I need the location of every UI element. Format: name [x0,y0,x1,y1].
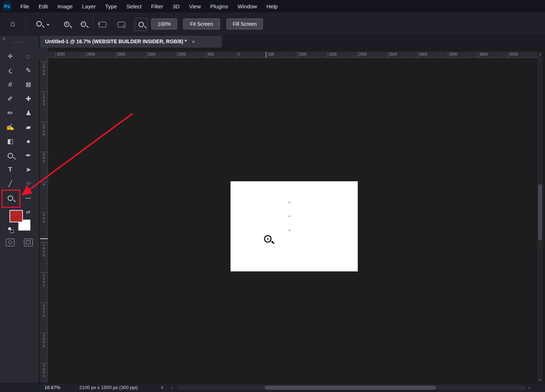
horizontal-scrollbar-thumb[interactable] [265,385,436,390]
foreground-color-swatch[interactable] [9,210,23,222]
menu-item-window[interactable]: Window [233,3,261,9]
v-ruler-label: 1 5 0 0 [40,92,48,106]
status-document-info[interactable]: 2100 px x 1500 px (300 ppi) [79,385,138,390]
crop-tool[interactable]: # [3,78,17,92]
eyedropper-tool[interactable]: ✐ [3,92,17,106]
ruler-origin-corner[interactable] [39,48,48,58]
eraser-tool[interactable]: ▰ [21,120,36,134]
h-ruler-label: 2500 [85,52,95,58]
path-selection-tool-icon: ➤ [25,166,31,173]
hand-tool[interactable]: ☞ [21,177,36,191]
scrubby-zoom-button[interactable] [135,18,148,31]
pen-tool[interactable]: ✒ [21,149,36,162]
scroll-right-icon[interactable]: › [528,384,530,390]
cursor-position-mark [266,52,266,58]
home-icon[interactable]: ⌂ [10,19,15,28]
current-zoom-tool-icon[interactable] [36,21,42,28]
v-ruler-label: 2 5 0 0 [40,333,48,348]
quick-mask-mode-icon[interactable] [6,239,15,246]
type-tool[interactable]: T [3,163,17,177]
menu-item-filter[interactable]: Filter [147,3,168,9]
scroll-left-icon[interactable]: ‹ [171,384,173,390]
horizontal-scrollbar[interactable] [177,385,526,390]
screen-mode-icon[interactable] [24,239,33,246]
frame-tool[interactable]: ⊠ [21,78,36,92]
h-ruler-label: 500 [206,52,214,58]
hand-tool-icon: ☞ [25,180,31,187]
status-zoom-level[interactable]: 16.67% [44,385,60,390]
fill-screen-button[interactable]: Fill Screen [227,19,263,29]
line-tool-icon: ╱ [8,180,12,187]
brush-tool[interactable]: ✏ [3,106,17,120]
horizontal-ruler[interactable]: 3000250020001500100050005001000150020002… [48,52,537,58]
more-tools[interactable]: ••• [21,191,36,205]
status-info-chevron-icon[interactable]: › [161,384,163,391]
panel-grip[interactable] [13,42,25,43]
menu-item-file[interactable]: File [16,3,34,9]
menu-item-help[interactable]: Help [262,3,282,9]
spot-healing-brush-tool[interactable]: ✚ [21,92,36,106]
vertical-scrollbar[interactable]: ▲ ▼ [537,52,543,383]
menu-item-3d[interactable]: 3D [168,3,184,9]
cursor-position-mark [40,238,48,239]
menu-item-layer[interactable]: Layer [77,3,101,9]
clone-stamp-tool[interactable]: ♟ [21,106,36,120]
magnifier-icon [8,153,13,158]
zoom-all-windows-icon[interactable] [118,22,125,27]
h-ruler-label: 3000 [55,52,65,58]
h-ruler-label: 1000 [176,52,185,58]
history-brush-tool[interactable]: ✍ [3,120,17,134]
v-ruler-label: 2 0 0 0 [40,61,48,76]
photoshop-window: Ps FileEditImageLayerTypeSelectFilter3DV… [0,0,545,392]
zoom-100-button[interactable]: 100% [151,19,177,29]
quick-selection-tool[interactable]: ✎ [21,64,36,77]
vertical-ruler[interactable]: 2 0 0 01 5 0 01 0 0 05 0 005 0 01 0 0 01… [40,58,48,383]
vertical-scrollbar-thumb[interactable] [538,184,542,241]
elliptical-marquee-tool[interactable]: ◌ [21,49,36,63]
zoom-out-button[interactable] [77,18,89,30]
h-ruler-label: 3000 [418,52,427,58]
scroll-down-icon[interactable]: ▼ [537,379,543,381]
scroll-up-icon[interactable]: ▲ [537,53,543,56]
dodge-tool[interactable] [3,149,17,162]
document-tab[interactable]: Untitled-1 @ 16.7% (WEBSITE BUILDER INSI… [40,35,222,48]
tool-preset-caret-icon[interactable] [47,24,49,26]
divider [93,19,93,29]
menu-item-image[interactable]: Image [53,3,77,9]
canvas-document[interactable] [231,181,358,271]
menu-item-view[interactable]: View [184,3,205,9]
gradient-tool[interactable]: ◧ [3,134,17,148]
fit-screen-button[interactable]: Fit Screen [183,19,220,29]
lasso-tool-icon: ς [9,67,12,74]
swap-colors-icon[interactable]: ⇄ [26,209,30,215]
menu-item-select[interactable]: Select [122,3,147,9]
move-tool[interactable]: ✛ [3,49,17,63]
menu-item-plugins[interactable]: Plugins [205,3,233,9]
zoom-in-button[interactable] [60,18,73,30]
resize-windows-to-fit-icon[interactable]: ✛ [99,22,106,27]
menu-bar: Ps FileEditImageLayerTypeSelectFilter3DV… [0,0,545,12]
canvas-viewport[interactable] [48,58,537,383]
tab-close-icon[interactable]: × [192,39,195,45]
h-ruler-label: 1500 [146,52,155,58]
menu-item-type[interactable]: Type [100,3,122,9]
h-ruler-label: 1000 [297,52,306,58]
lasso-tool[interactable]: ς [3,64,17,77]
more-tools-icon: ••• [26,194,31,202]
h-ruler-label: 4500 [508,52,518,58]
zoom-in-cursor-icon [264,235,272,243]
collapse-panel-icon[interactable]: « [3,36,5,41]
crop-tool-icon: # [8,81,12,88]
photoshop-logo-icon[interactable]: Ps [3,2,11,11]
menu-item-edit[interactable]: Edit [34,3,53,9]
v-ruler-label: 1 0 0 0 [40,122,48,137]
document-tab-bar: Untitled-1 @ 16.7% (WEBSITE BUILDER INSI… [39,35,545,48]
v-ruler-label: 1 5 0 0 [40,272,48,287]
default-colors-icon[interactable] [8,227,14,233]
blur-tool[interactable]: ● [21,134,36,148]
h-ruler-label: 2000 [116,52,125,58]
spot-healing-brush-tool-icon: ✚ [25,95,31,102]
line-tool[interactable]: ╱ [3,177,17,191]
h-ruler-label: 500 [267,52,274,58]
path-selection-tool[interactable]: ➤ [21,163,36,177]
